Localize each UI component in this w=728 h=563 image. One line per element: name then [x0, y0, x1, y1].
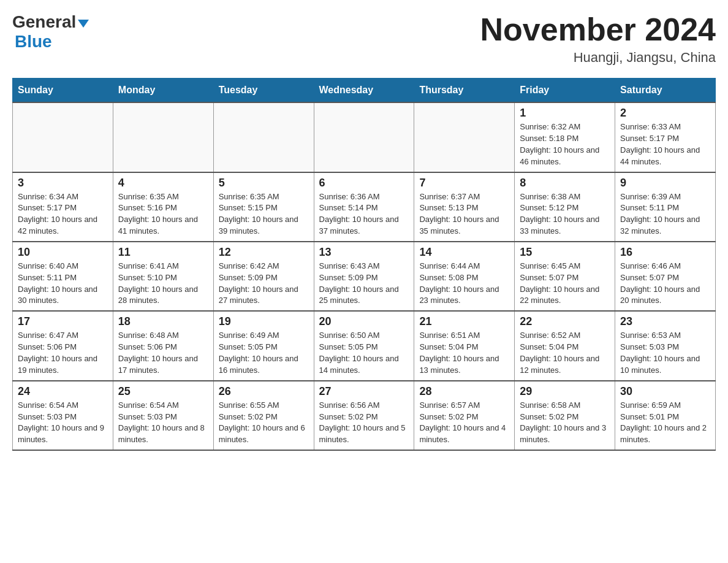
day-info: Sunrise: 6:49 AM Sunset: 5:05 PM Dayligh… — [219, 330, 309, 376]
day-number: 28 — [419, 385, 509, 398]
logo: General Blue — [12, 12, 89, 52]
calendar-header-row: SundayMondayTuesdayWednesdayThursdayFrid… — [13, 79, 716, 103]
day-info: Sunrise: 6:51 AM Sunset: 5:04 PM Dayligh… — [419, 330, 509, 376]
day-info: Sunrise: 6:35 AM Sunset: 5:15 PM Dayligh… — [219, 191, 309, 237]
day-number: 7 — [419, 177, 509, 190]
calendar-cell: 11Sunrise: 6:41 AM Sunset: 5:10 PM Dayli… — [113, 242, 213, 311]
day-info: Sunrise: 6:52 AM Sunset: 5:04 PM Dayligh… — [520, 330, 610, 376]
day-info: Sunrise: 6:44 AM Sunset: 5:08 PM Dayligh… — [419, 261, 509, 307]
calendar-cell: 1Sunrise: 6:32 AM Sunset: 5:18 PM Daylig… — [515, 102, 615, 172]
calendar-cell: 27Sunrise: 6:56 AM Sunset: 5:02 PM Dayli… — [314, 381, 414, 450]
calendar-cell — [414, 102, 515, 172]
logo-blue-text: Blue — [15, 32, 52, 51]
calendar-cell: 4Sunrise: 6:35 AM Sunset: 5:16 PM Daylig… — [113, 172, 213, 242]
day-number: 26 — [219, 385, 309, 398]
day-info: Sunrise: 6:56 AM Sunset: 5:02 PM Dayligh… — [319, 400, 409, 446]
day-info: Sunrise: 6:53 AM Sunset: 5:03 PM Dayligh… — [620, 330, 710, 376]
calendar-cell — [13, 102, 113, 172]
day-number: 9 — [620, 177, 710, 190]
calendar-cell — [314, 102, 414, 172]
weekday-header-saturday: Saturday — [615, 79, 716, 103]
logo-triangle-icon — [78, 20, 89, 28]
day-info: Sunrise: 6:41 AM Sunset: 5:10 PM Dayligh… — [118, 261, 208, 307]
day-number: 23 — [620, 315, 710, 328]
day-number: 13 — [319, 246, 409, 259]
day-number: 16 — [620, 246, 710, 259]
day-number: 10 — [18, 246, 108, 259]
calendar-cell: 18Sunrise: 6:48 AM Sunset: 5:06 PM Dayli… — [113, 311, 213, 380]
day-info: Sunrise: 6:55 AM Sunset: 5:02 PM Dayligh… — [219, 400, 309, 446]
calendar-cell: 10Sunrise: 6:40 AM Sunset: 5:11 PM Dayli… — [13, 242, 113, 311]
day-info: Sunrise: 6:50 AM Sunset: 5:05 PM Dayligh… — [319, 330, 409, 376]
weekday-header-tuesday: Tuesday — [213, 79, 314, 103]
day-info: Sunrise: 6:47 AM Sunset: 5:06 PM Dayligh… — [18, 330, 108, 376]
calendar-cell: 2Sunrise: 6:33 AM Sunset: 5:17 PM Daylig… — [615, 102, 716, 172]
day-info: Sunrise: 6:58 AM Sunset: 5:02 PM Dayligh… — [520, 400, 610, 446]
day-number: 6 — [319, 177, 409, 190]
calendar-cell: 24Sunrise: 6:54 AM Sunset: 5:03 PM Dayli… — [13, 381, 113, 450]
day-info: Sunrise: 6:34 AM Sunset: 5:17 PM Dayligh… — [18, 191, 108, 237]
day-info: Sunrise: 6:35 AM Sunset: 5:16 PM Dayligh… — [118, 191, 208, 237]
day-info: Sunrise: 6:46 AM Sunset: 5:07 PM Dayligh… — [620, 261, 710, 307]
day-number: 20 — [319, 315, 409, 328]
day-number: 19 — [219, 315, 309, 328]
calendar-cell: 21Sunrise: 6:51 AM Sunset: 5:04 PM Dayli… — [414, 311, 515, 380]
weekday-header-sunday: Sunday — [13, 79, 113, 103]
calendar-cell: 15Sunrise: 6:45 AM Sunset: 5:07 PM Dayli… — [515, 242, 615, 311]
day-info: Sunrise: 6:45 AM Sunset: 5:07 PM Dayligh… — [520, 261, 610, 307]
title-block: November 2024 Huangji, Jiangsu, China — [480, 12, 716, 66]
day-number: 21 — [419, 315, 509, 328]
day-info: Sunrise: 6:54 AM Sunset: 5:03 PM Dayligh… — [118, 400, 208, 446]
day-number: 18 — [118, 315, 208, 328]
calendar-cell: 5Sunrise: 6:35 AM Sunset: 5:15 PM Daylig… — [213, 172, 314, 242]
day-number: 5 — [219, 177, 309, 190]
day-number: 22 — [520, 315, 610, 328]
day-info: Sunrise: 6:36 AM Sunset: 5:14 PM Dayligh… — [319, 191, 409, 237]
calendar-cell: 19Sunrise: 6:49 AM Sunset: 5:05 PM Dayli… — [213, 311, 314, 380]
day-info: Sunrise: 6:39 AM Sunset: 5:11 PM Dayligh… — [620, 191, 710, 237]
day-number: 11 — [118, 246, 208, 259]
day-number: 2 — [620, 107, 710, 120]
logo-general-text: General — [12, 12, 76, 32]
calendar-cell: 23Sunrise: 6:53 AM Sunset: 5:03 PM Dayli… — [615, 311, 716, 380]
calendar-week-row: 3Sunrise: 6:34 AM Sunset: 5:17 PM Daylig… — [13, 172, 716, 242]
calendar-cell: 3Sunrise: 6:34 AM Sunset: 5:17 PM Daylig… — [13, 172, 113, 242]
weekday-header-friday: Friday — [515, 79, 615, 103]
day-info: Sunrise: 6:57 AM Sunset: 5:02 PM Dayligh… — [419, 400, 509, 446]
calendar-cell: 16Sunrise: 6:46 AM Sunset: 5:07 PM Dayli… — [615, 242, 716, 311]
day-info: Sunrise: 6:43 AM Sunset: 5:09 PM Dayligh… — [319, 261, 409, 307]
calendar-cell: 13Sunrise: 6:43 AM Sunset: 5:09 PM Dayli… — [314, 242, 414, 311]
calendar-week-row: 1Sunrise: 6:32 AM Sunset: 5:18 PM Daylig… — [13, 102, 716, 172]
day-number: 17 — [18, 315, 108, 328]
calendar-cell: 7Sunrise: 6:37 AM Sunset: 5:13 PM Daylig… — [414, 172, 515, 242]
day-info: Sunrise: 6:42 AM Sunset: 5:09 PM Dayligh… — [219, 261, 309, 307]
calendar-cell: 9Sunrise: 6:39 AM Sunset: 5:11 PM Daylig… — [615, 172, 716, 242]
calendar-cell: 22Sunrise: 6:52 AM Sunset: 5:04 PM Dayli… — [515, 311, 615, 380]
day-number: 15 — [520, 246, 610, 259]
calendar-cell: 6Sunrise: 6:36 AM Sunset: 5:14 PM Daylig… — [314, 172, 414, 242]
day-number: 1 — [520, 107, 610, 120]
day-number: 8 — [520, 177, 610, 190]
calendar-cell: 26Sunrise: 6:55 AM Sunset: 5:02 PM Dayli… — [213, 381, 314, 450]
day-number: 29 — [520, 385, 610, 398]
calendar-cell — [113, 102, 213, 172]
calendar-cell: 29Sunrise: 6:58 AM Sunset: 5:02 PM Dayli… — [515, 381, 615, 450]
location-title: Huangji, Jiangsu, China — [480, 50, 716, 66]
calendar-cell: 25Sunrise: 6:54 AM Sunset: 5:03 PM Dayli… — [113, 381, 213, 450]
calendar-week-row: 24Sunrise: 6:54 AM Sunset: 5:03 PM Dayli… — [13, 381, 716, 450]
calendar-cell: 12Sunrise: 6:42 AM Sunset: 5:09 PM Dayli… — [213, 242, 314, 311]
day-info: Sunrise: 6:38 AM Sunset: 5:12 PM Dayligh… — [520, 191, 610, 237]
day-info: Sunrise: 6:59 AM Sunset: 5:01 PM Dayligh… — [620, 400, 710, 446]
day-info: Sunrise: 6:54 AM Sunset: 5:03 PM Dayligh… — [18, 400, 108, 446]
day-info: Sunrise: 6:33 AM Sunset: 5:17 PM Dayligh… — [620, 121, 710, 167]
day-number: 14 — [419, 246, 509, 259]
calendar-cell: 17Sunrise: 6:47 AM Sunset: 5:06 PM Dayli… — [13, 311, 113, 380]
calendar-week-row: 17Sunrise: 6:47 AM Sunset: 5:06 PM Dayli… — [13, 311, 716, 380]
calendar-cell: 20Sunrise: 6:50 AM Sunset: 5:05 PM Dayli… — [314, 311, 414, 380]
day-number: 30 — [620, 385, 710, 398]
calendar-cell: 8Sunrise: 6:38 AM Sunset: 5:12 PM Daylig… — [515, 172, 615, 242]
day-info: Sunrise: 6:40 AM Sunset: 5:11 PM Dayligh… — [18, 261, 108, 307]
day-number: 27 — [319, 385, 409, 398]
day-number: 3 — [18, 177, 108, 190]
weekday-header-thursday: Thursday — [414, 79, 515, 103]
